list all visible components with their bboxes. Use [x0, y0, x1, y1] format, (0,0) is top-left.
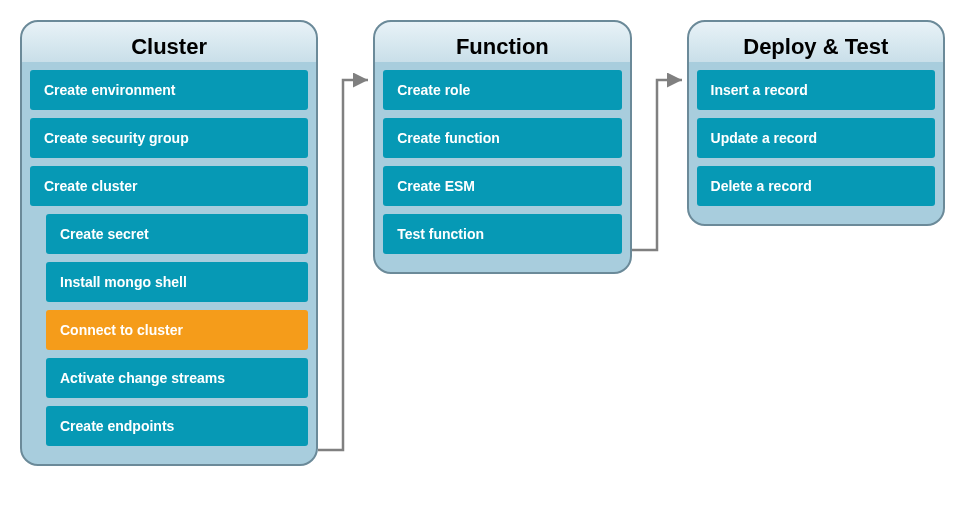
step-update-record[interactable]: Update a record	[697, 118, 935, 158]
panel-title: Function	[383, 30, 621, 70]
step-activate-change-streams[interactable]: Activate change streams	[46, 358, 308, 398]
step-test-function[interactable]: Test function	[383, 214, 621, 254]
panel-cluster: Cluster Create environment Create securi…	[20, 20, 318, 466]
step-install-mongo-shell[interactable]: Install mongo shell	[46, 262, 308, 302]
step-create-cluster[interactable]: Create cluster	[30, 166, 308, 206]
panel-title: Deploy & Test	[697, 30, 935, 70]
step-create-function[interactable]: Create function	[383, 118, 621, 158]
step-delete-record[interactable]: Delete a record	[697, 166, 935, 206]
panel-title: Cluster	[30, 30, 308, 70]
step-create-endpoints[interactable]: Create endpoints	[46, 406, 308, 446]
step-connect-to-cluster[interactable]: Connect to cluster	[46, 310, 308, 350]
step-create-environment[interactable]: Create environment	[30, 70, 308, 110]
step-create-security-group[interactable]: Create security group	[30, 118, 308, 158]
workflow-diagram: Cluster Create environment Create securi…	[20, 20, 945, 466]
panel-function: Function Create role Create function Cre…	[373, 20, 631, 274]
step-create-secret[interactable]: Create secret	[46, 214, 308, 254]
step-create-esm[interactable]: Create ESM	[383, 166, 621, 206]
step-insert-record[interactable]: Insert a record	[697, 70, 935, 110]
step-create-role[interactable]: Create role	[383, 70, 621, 110]
panel-deploy: Deploy & Test Insert a record Update a r…	[687, 20, 945, 226]
